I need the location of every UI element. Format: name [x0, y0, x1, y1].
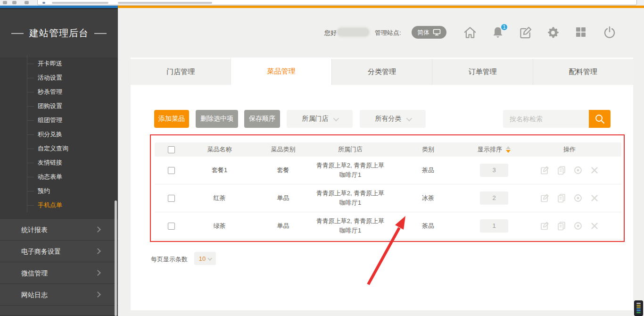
gear-icon[interactable] — [546, 25, 560, 40]
page: 建站管理后台 开卡即送 活动设置 秒杀管理 团购设置 组团管理 积分兑换 自定义… — [0, 0, 644, 316]
col-header-name: 菜品名称 — [188, 145, 251, 154]
cell-store: 青青原上草2, 青青原上草咖啡厅1 — [315, 189, 386, 208]
accent-bar-orange — [118, 6, 644, 8]
table-header-row: 菜品名称 菜品类别 所属门店 类别 显示排序 操作 — [155, 142, 621, 157]
sidebar-group-tongji[interactable]: 统计报表 — [0, 218, 118, 240]
site-label: 管理站点: — [375, 29, 401, 37]
browser-forward-icon[interactable] — [12, 1, 17, 4]
power-icon[interactable] — [603, 25, 617, 40]
sidebar-group-partial — [0, 305, 118, 315]
order-input[interactable]: 2 — [480, 191, 508, 205]
tab-category-management[interactable]: 分类管理 — [331, 59, 432, 85]
tab-label: 订单管理 — [468, 67, 496, 76]
chevron-down-icon — [406, 115, 412, 121]
search-button[interactable] — [589, 110, 611, 128]
store-filter-label: 所属门店 — [302, 115, 329, 123]
capture-widget[interactable] — [634, 300, 643, 316]
sidebar-item-youqing[interactable]: 友情链接 — [0, 156, 118, 170]
edit-icon[interactable] — [540, 221, 550, 231]
cell-dish-name: 红茶 — [188, 194, 251, 202]
tab-label: 分类管理 — [368, 67, 396, 76]
sidebar-group-rizhi[interactable]: 网站日志 — [0, 283, 118, 305]
cell-dish-name: 绿茶 — [188, 222, 251, 230]
tab-dish-management[interactable]: 菜品管理 — [231, 58, 331, 85]
copy-icon[interactable] — [557, 193, 566, 203]
tab-bar: 门店管理 菜品管理 分类管理 订单管理 配料管理 — [131, 58, 633, 85]
browser-bar — [0, 0, 644, 6]
preview-eye-icon[interactable] — [573, 166, 583, 175]
sidebar-item-kaika[interactable]: 开卡即送 — [0, 57, 118, 71]
browser-back-icon[interactable] — [3, 1, 7, 4]
search-input[interactable] — [503, 110, 589, 128]
apps-grid-icon[interactable] — [575, 26, 586, 38]
favicon — [42, 2, 45, 4]
sidebar-item-shouji-diandan-active[interactable]: 手机点单 — [0, 198, 118, 212]
tab-label: 配料管理 — [569, 67, 597, 76]
sidebar-item-zutuan[interactable]: 组团管理 — [0, 113, 118, 127]
order-input[interactable]: 1 — [480, 219, 508, 233]
sidebar-item-jifen[interactable]: 积分兑换 — [0, 127, 118, 141]
sidebar-item-huodong[interactable]: 活动设置 — [0, 71, 118, 85]
tab-order-management[interactable]: 订单管理 — [432, 59, 532, 85]
delete-x-icon[interactable] — [590, 193, 599, 203]
search-icon — [594, 113, 605, 125]
preview-eye-icon[interactable] — [573, 193, 583, 203]
tab-store-management[interactable]: 门店管理 — [131, 59, 231, 85]
sidebar-item-miaosha[interactable]: 秒杀管理 — [0, 85, 118, 99]
sidebar-scrollbar[interactable] — [115, 200, 117, 316]
add-dish-button[interactable]: 添加菜品 — [154, 110, 189, 128]
chevron-right-icon — [95, 226, 101, 233]
sidebar-groups: 统计报表 电子商务设置 微信管理 网站日志 — [0, 218, 118, 315]
cell-store: 青青原上草2, 青青原上草咖啡厅1 — [315, 216, 386, 235]
copy-icon[interactable] — [557, 166, 566, 175]
delete-selected-button[interactable]: 删除选中项 — [196, 110, 238, 128]
cell-dish-type: 套餐 — [251, 166, 315, 175]
sidebar-item-dongtai[interactable]: 动态表单 — [0, 170, 118, 184]
order-input[interactable]: 3 — [480, 164, 508, 177]
title-dash-left — [11, 33, 24, 34]
copy-icon[interactable] — [557, 221, 566, 231]
table-row: 绿茶 单品 青青原上草2, 青青原上草咖啡厅1 茶品 1 — [155, 212, 621, 240]
row-checkbox[interactable] — [168, 167, 175, 174]
category-filter-label: 所有分类 — [375, 115, 402, 123]
sidebar-item-tuangou[interactable]: 团购设置 — [0, 99, 118, 113]
url-fragment — [52, 2, 108, 4]
tab-ingredient-management[interactable]: 配料管理 — [533, 59, 633, 85]
cell-dish-type: 单品 — [251, 194, 315, 202]
sidebar-group-dianzishangwu[interactable]: 电子商务设置 — [0, 240, 118, 262]
row-checkbox[interactable] — [168, 223, 175, 230]
language-label: 简体 — [417, 28, 429, 37]
edit-icon[interactable] — [540, 193, 550, 203]
col-header-category: 类别 — [386, 145, 471, 154]
sidebar-group-weixin[interactable]: 微信管理 — [0, 262, 118, 283]
select-all-checkbox[interactable] — [168, 146, 175, 153]
preview-eye-icon[interactable] — [573, 221, 583, 231]
language-button[interactable]: 简体 — [412, 26, 446, 39]
home-icon[interactable] — [463, 25, 477, 40]
title-dash-right — [94, 33, 107, 34]
store-filter-dropdown[interactable]: 所属门店 — [287, 110, 353, 128]
sort-desc-icon — [506, 150, 511, 153]
row-checkbox[interactable] — [168, 195, 175, 202]
sort-toggle[interactable] — [506, 146, 511, 153]
chevron-down-icon — [333, 115, 339, 121]
cell-category: 冰茶 — [386, 194, 471, 202]
sidebar-item-zidingyi[interactable]: 自定义查询 — [0, 141, 118, 156]
sidebar-item-yuyue[interactable]: 预约 — [0, 184, 118, 198]
sidebar-submenu: 开卡即送 活动设置 秒杀管理 团购设置 组团管理 积分兑换 自定义查询 友情链接… — [0, 57, 118, 212]
save-order-button[interactable]: 保存顺序 — [244, 110, 280, 128]
compose-icon[interactable] — [519, 25, 533, 40]
sidebar-header: 建站管理后台 — [0, 9, 118, 58]
browser-refresh-icon[interactable] — [25, 1, 29, 4]
per-page-select[interactable]: 10 — [194, 252, 216, 265]
cell-store: 青青原上草2, 青青原上草咖啡厅1 — [315, 161, 386, 180]
category-filter-dropdown[interactable]: 所有分类 — [360, 110, 426, 128]
cell-dish-name: 套餐1 — [188, 166, 251, 175]
tab-label: 菜品管理 — [267, 67, 296, 76]
per-page-value: 10 — [199, 255, 206, 262]
tab-label: 门店管理 — [166, 67, 195, 76]
notification-badge: 1 — [501, 24, 508, 31]
delete-x-icon[interactable] — [590, 221, 599, 231]
edit-icon[interactable] — [540, 166, 550, 175]
delete-x-icon[interactable] — [590, 166, 599, 175]
